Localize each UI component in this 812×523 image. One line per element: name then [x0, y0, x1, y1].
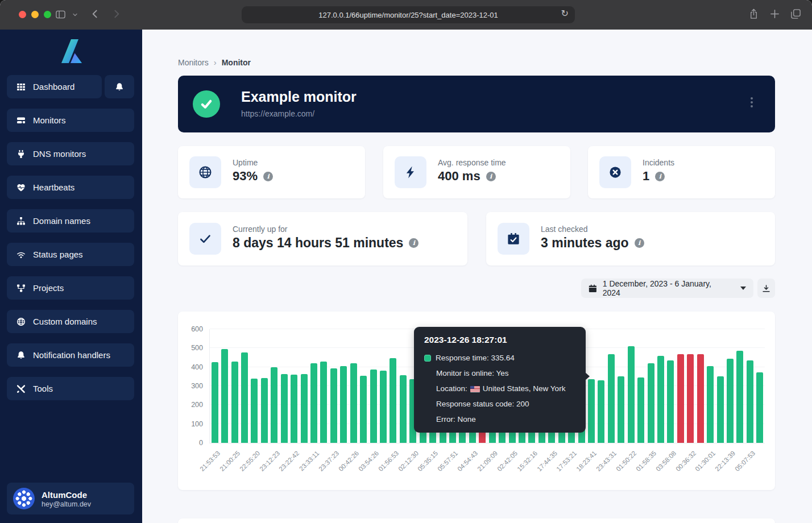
sidebar-toggle-icon[interactable]: [55, 9, 66, 20]
chart-bar[interactable]: [657, 356, 664, 443]
share-icon[interactable]: [748, 9, 759, 22]
minimize-window-button[interactable]: [31, 11, 39, 18]
notifications-button[interactable]: [105, 75, 134, 98]
icon-square: [189, 223, 221, 255]
chart-bar[interactable]: [281, 374, 288, 443]
currently-up-card: Currently up for 8 days 14 hours 51 minu…: [178, 212, 467, 265]
chart-bar[interactable]: [637, 377, 644, 443]
chart-yaxis: 0100200300400500600: [180, 329, 203, 443]
chart-bar[interactable]: [756, 372, 763, 443]
sidebar-item-label: Custom domains: [33, 317, 97, 326]
reload-icon[interactable]: [561, 8, 569, 19]
chart-bar[interactable]: [380, 371, 387, 443]
sidebar-item-heartbeats[interactable]: Heartbeats: [7, 176, 134, 199]
chart-bar[interactable]: [301, 374, 308, 443]
date-range-picker[interactable]: 1 December, 2023 - 6 January, 2024: [581, 279, 753, 298]
sidebar-item-domain-names[interactable]: Domain names: [7, 209, 134, 233]
tooltip-title: 2023-12-26 18:27:01: [424, 335, 575, 345]
x-tick-label: 05:35:15: [417, 450, 440, 472]
chart-bar[interactable]: [291, 375, 297, 443]
sidebar-item-dashboard[interactable]: Dashboard: [7, 75, 102, 98]
sidebar-item-monitors[interactable]: Monitors: [7, 109, 134, 132]
tab-overview-icon[interactable]: [790, 9, 801, 22]
plug-icon: [16, 150, 26, 159]
chart-bar[interactable]: [360, 376, 367, 443]
x-tick-label: 15:32:16: [516, 450, 538, 472]
chart-bar[interactable]: [251, 379, 258, 443]
chart-bar[interactable]: [261, 378, 268, 443]
info-icon[interactable]: [655, 172, 665, 181]
chart-bar[interactable]: [667, 360, 674, 443]
chart-bar[interactable]: [271, 367, 277, 443]
chart-bar[interactable]: [687, 354, 694, 443]
breadcrumb-current: Monitor: [222, 58, 251, 67]
sidebar-item-label: Status pages: [33, 250, 83, 259]
back-button[interactable]: [90, 9, 100, 19]
account-email: hey@altum.dev: [42, 500, 91, 508]
sidebar-item-label: Heartbeats: [33, 182, 74, 192]
chart-bar[interactable]: [231, 362, 238, 443]
download-button[interactable]: [757, 279, 775, 298]
sidebar-item-label: Projects: [33, 283, 64, 293]
stat-value: 93%: [233, 169, 258, 184]
sidebar-item-notification-handlers[interactable]: Notification handlers: [7, 343, 134, 367]
close-window-button[interactable]: [19, 11, 26, 18]
chart-bar[interactable]: [212, 362, 218, 443]
account-menu[interactable]: AltumCode hey@altum.dev: [7, 483, 134, 514]
chart-bar[interactable]: [618, 376, 624, 443]
monitor-options-kebab-icon[interactable]: [751, 97, 753, 99]
chart-bar[interactable]: [400, 375, 407, 443]
sidebar: Dashboard Monitors DNS monitors Heartbea…: [0, 30, 142, 523]
chart-bar[interactable]: [330, 368, 337, 443]
chart-bar[interactable]: [677, 354, 684, 443]
chevron-down-icon[interactable]: [72, 11, 78, 18]
zoom-window-button[interactable]: [44, 11, 51, 18]
chart-bar[interactable]: [340, 366, 347, 443]
breadcrumb-separator-icon: [214, 57, 217, 67]
chart-bar[interactable]: [390, 358, 396, 443]
chart-bar[interactable]: [310, 363, 317, 443]
info-icon[interactable]: [635, 238, 644, 248]
address-bar[interactable]: 127.0.0.1/66uptime/monitor/25?start_date…: [242, 6, 575, 23]
monitor-url[interactable]: https://example.com/: [241, 109, 314, 118]
x-tick-label: 01:58:35: [635, 450, 657, 472]
chart-bar[interactable]: [598, 380, 604, 443]
info-icon[interactable]: [409, 238, 419, 248]
info-icon[interactable]: [263, 172, 273, 181]
chart-bar[interactable]: [727, 359, 734, 443]
new-tab-icon[interactable]: [769, 9, 780, 22]
x-tick-label: 05:57:51: [436, 450, 459, 472]
sidebar-item-status-pages[interactable]: Status pages: [7, 243, 134, 266]
sidebar-item-tools[interactable]: Tools: [7, 377, 134, 400]
chart-bar[interactable]: [370, 370, 377, 443]
sidebar-item-dns-monitors[interactable]: DNS monitors: [7, 142, 134, 165]
sidebar-item-projects[interactable]: Projects: [7, 276, 134, 300]
x-tick-label: 00:42:26: [337, 450, 360, 472]
chart-bar[interactable]: [350, 363, 357, 443]
series-marker-icon: [424, 355, 431, 362]
chart-bar[interactable]: [608, 354, 615, 443]
app-window: 127.0.0.1/66uptime/monitor/25?start_date…: [0, 0, 812, 523]
chart-bar[interactable]: [697, 354, 704, 443]
chart-bar[interactable]: [648, 363, 654, 443]
breadcrumb-monitors-link[interactable]: Monitors: [178, 58, 209, 67]
chart-bar[interactable]: [747, 360, 753, 443]
chart-bar[interactable]: [736, 351, 743, 443]
tooltip-online: Monitor is online: Yes: [424, 366, 575, 381]
chart-bar[interactable]: [221, 349, 228, 443]
chart-bar[interactable]: [588, 379, 595, 443]
last-checked-card: Last checked 3 minutes ago: [486, 212, 775, 265]
uptime-card: Uptime 93%: [178, 146, 365, 198]
sidebar-item-custom-domains[interactable]: Custom domains: [7, 310, 134, 333]
chart-bar[interactable]: [628, 346, 635, 443]
avg-response-card: Avg. response time 400 ms: [383, 146, 570, 198]
chart-bar[interactable]: [320, 362, 327, 443]
globe-icon: [198, 165, 212, 179]
sidebar-item-label: Domain names: [33, 216, 90, 226]
chart-bar[interactable]: [241, 352, 248, 443]
forward-button[interactable]: [111, 9, 121, 19]
chart-bar[interactable]: [707, 366, 714, 443]
info-icon[interactable]: [486, 172, 496, 181]
altumcode-logo-icon[interactable]: [0, 30, 142, 64]
chart-bar[interactable]: [717, 376, 724, 443]
